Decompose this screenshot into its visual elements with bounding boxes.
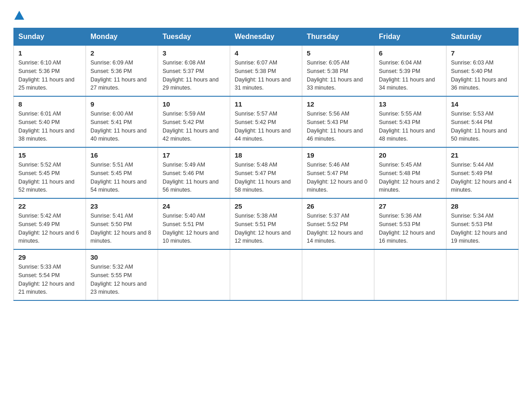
table-row (446, 249, 519, 300)
day-info: Sunrise: 5:44 AMSunset: 5:49 PMDaylight:… (451, 161, 514, 194)
week-row-3: 15Sunrise: 5:52 AMSunset: 5:45 PMDayligh… (14, 147, 519, 198)
day-number: 30 (90, 253, 153, 261)
table-row: 29Sunrise: 5:33 AMSunset: 5:54 PMDayligh… (14, 249, 86, 300)
table-row: 5Sunrise: 6:05 AMSunset: 5:38 PMDaylight… (302, 46, 374, 97)
table-row: 15Sunrise: 5:52 AMSunset: 5:45 PMDayligh… (14, 147, 86, 198)
table-row: 21Sunrise: 5:44 AMSunset: 5:49 PMDayligh… (446, 147, 519, 198)
day-info: Sunrise: 6:07 AMSunset: 5:38 PMDaylight:… (235, 59, 297, 92)
day-number: 23 (90, 202, 153, 210)
table-row: 3Sunrise: 6:08 AMSunset: 5:37 PMDaylight… (158, 46, 230, 97)
day-info: Sunrise: 6:01 AMSunset: 5:40 PMDaylight:… (18, 110, 81, 143)
table-row: 27Sunrise: 5:36 AMSunset: 5:53 PMDayligh… (374, 198, 446, 249)
day-info: Sunrise: 6:09 AMSunset: 5:36 PMDaylight:… (90, 59, 153, 92)
day-info: Sunrise: 5:46 AMSunset: 5:47 PMDaylight:… (307, 161, 369, 194)
day-number: 1 (18, 49, 81, 57)
week-row-4: 22Sunrise: 5:42 AMSunset: 5:49 PMDayligh… (14, 198, 519, 249)
table-row: 16Sunrise: 5:51 AMSunset: 5:45 PMDayligh… (86, 147, 158, 198)
table-row: 12Sunrise: 5:56 AMSunset: 5:43 PMDayligh… (302, 96, 374, 147)
day-info: Sunrise: 5:38 AMSunset: 5:51 PMDaylight:… (235, 212, 297, 245)
table-row: 14Sunrise: 5:53 AMSunset: 5:44 PMDayligh… (446, 96, 519, 147)
table-row (230, 249, 302, 300)
table-row: 9Sunrise: 6:00 AMSunset: 5:41 PMDaylight… (86, 96, 158, 147)
day-number: 22 (18, 202, 81, 210)
day-number: 7 (451, 49, 514, 57)
day-number: 11 (235, 100, 297, 108)
table-row: 17Sunrise: 5:49 AMSunset: 5:46 PMDayligh… (158, 147, 230, 198)
day-info: Sunrise: 5:51 AMSunset: 5:45 PMDaylight:… (90, 161, 153, 194)
day-info: Sunrise: 5:48 AMSunset: 5:47 PMDaylight:… (235, 161, 297, 194)
day-number: 18 (235, 151, 297, 159)
col-wednesday: Wednesday (230, 28, 302, 46)
day-info: Sunrise: 5:36 AMSunset: 5:53 PMDaylight:… (379, 212, 442, 245)
table-row: 8Sunrise: 6:01 AMSunset: 5:40 PMDaylight… (14, 96, 86, 147)
day-info: Sunrise: 5:34 AMSunset: 5:53 PMDaylight:… (451, 212, 514, 245)
day-info: Sunrise: 5:33 AMSunset: 5:54 PMDaylight:… (18, 263, 81, 296)
day-info: Sunrise: 5:55 AMSunset: 5:43 PMDaylight:… (379, 110, 442, 143)
day-info: Sunrise: 5:40 AMSunset: 5:51 PMDaylight:… (163, 212, 225, 245)
day-number: 19 (307, 151, 369, 159)
table-row (374, 249, 446, 300)
day-info: Sunrise: 6:00 AMSunset: 5:41 PMDaylight:… (90, 110, 153, 143)
day-number: 25 (235, 202, 297, 210)
day-info: Sunrise: 5:52 AMSunset: 5:45 PMDaylight:… (18, 161, 81, 194)
day-number: 14 (451, 100, 514, 108)
day-number: 4 (235, 49, 297, 57)
day-info: Sunrise: 5:56 AMSunset: 5:43 PMDaylight:… (307, 110, 369, 143)
table-row: 25Sunrise: 5:38 AMSunset: 5:51 PMDayligh… (230, 198, 302, 249)
col-thursday: Thursday (302, 28, 374, 46)
day-number: 21 (451, 151, 514, 159)
col-tuesday: Tuesday (158, 28, 230, 46)
day-info: Sunrise: 5:53 AMSunset: 5:44 PMDaylight:… (451, 110, 514, 143)
day-info: Sunrise: 5:49 AMSunset: 5:46 PMDaylight:… (163, 161, 225, 194)
day-info: Sunrise: 5:37 AMSunset: 5:52 PMDaylight:… (307, 212, 369, 245)
calendar-table: Sunday Monday Tuesday Wednesday Thursday… (13, 28, 519, 301)
table-row: 4Sunrise: 6:07 AMSunset: 5:38 PMDaylight… (230, 46, 302, 97)
day-number: 8 (18, 100, 81, 108)
table-row: 18Sunrise: 5:48 AMSunset: 5:47 PMDayligh… (230, 147, 302, 198)
day-number: 10 (163, 100, 225, 108)
day-info: Sunrise: 5:32 AMSunset: 5:55 PMDaylight:… (90, 263, 153, 296)
week-row-5: 29Sunrise: 5:33 AMSunset: 5:54 PMDayligh… (14, 249, 519, 300)
table-row: 30Sunrise: 5:32 AMSunset: 5:55 PMDayligh… (86, 249, 158, 300)
table-row: 7Sunrise: 6:03 AMSunset: 5:40 PMDaylight… (446, 46, 519, 97)
day-number: 13 (379, 100, 442, 108)
day-number: 24 (163, 202, 225, 210)
day-info: Sunrise: 6:05 AMSunset: 5:38 PMDaylight:… (307, 59, 369, 92)
day-number: 20 (379, 151, 442, 159)
table-row: 13Sunrise: 5:55 AMSunset: 5:43 PMDayligh… (374, 96, 446, 147)
day-number: 12 (307, 100, 369, 108)
week-row-2: 8Sunrise: 6:01 AMSunset: 5:40 PMDaylight… (14, 96, 519, 147)
table-row: 6Sunrise: 6:04 AMSunset: 5:39 PMDaylight… (374, 46, 446, 97)
day-number: 16 (90, 151, 153, 159)
day-number: 15 (18, 151, 81, 159)
table-row: 1Sunrise: 6:10 AMSunset: 5:36 PMDaylight… (14, 46, 86, 97)
logo (13, 9, 24, 20)
table-row (158, 249, 230, 300)
day-number: 28 (451, 202, 514, 210)
day-number: 27 (379, 202, 442, 210)
table-row: 24Sunrise: 5:40 AMSunset: 5:51 PMDayligh… (158, 198, 230, 249)
table-row: 23Sunrise: 5:41 AMSunset: 5:50 PMDayligh… (86, 198, 158, 249)
day-info: Sunrise: 5:41 AMSunset: 5:50 PMDaylight:… (90, 212, 153, 245)
table-row: 19Sunrise: 5:46 AMSunset: 5:47 PMDayligh… (302, 147, 374, 198)
table-row: 28Sunrise: 5:34 AMSunset: 5:53 PMDayligh… (446, 198, 519, 249)
day-number: 6 (379, 49, 442, 57)
day-number: 17 (163, 151, 225, 159)
day-number: 5 (307, 49, 369, 57)
day-info: Sunrise: 6:08 AMSunset: 5:37 PMDaylight:… (163, 59, 225, 92)
day-info: Sunrise: 5:42 AMSunset: 5:49 PMDaylight:… (18, 212, 81, 245)
header (13, 9, 519, 20)
col-saturday: Saturday (446, 28, 519, 46)
logo-triangle-icon (14, 11, 24, 20)
table-row: 26Sunrise: 5:37 AMSunset: 5:52 PMDayligh… (302, 198, 374, 249)
table-row: 22Sunrise: 5:42 AMSunset: 5:49 PMDayligh… (14, 198, 86, 249)
day-number: 3 (163, 49, 225, 57)
col-monday: Monday (86, 28, 158, 46)
day-number: 26 (307, 202, 369, 210)
table-row: 10Sunrise: 5:59 AMSunset: 5:42 PMDayligh… (158, 96, 230, 147)
col-friday: Friday (374, 28, 446, 46)
day-number: 29 (18, 253, 81, 261)
day-info: Sunrise: 6:04 AMSunset: 5:39 PMDaylight:… (379, 59, 442, 92)
day-info: Sunrise: 6:03 AMSunset: 5:40 PMDaylight:… (451, 59, 514, 92)
day-info: Sunrise: 6:10 AMSunset: 5:36 PMDaylight:… (18, 59, 81, 92)
